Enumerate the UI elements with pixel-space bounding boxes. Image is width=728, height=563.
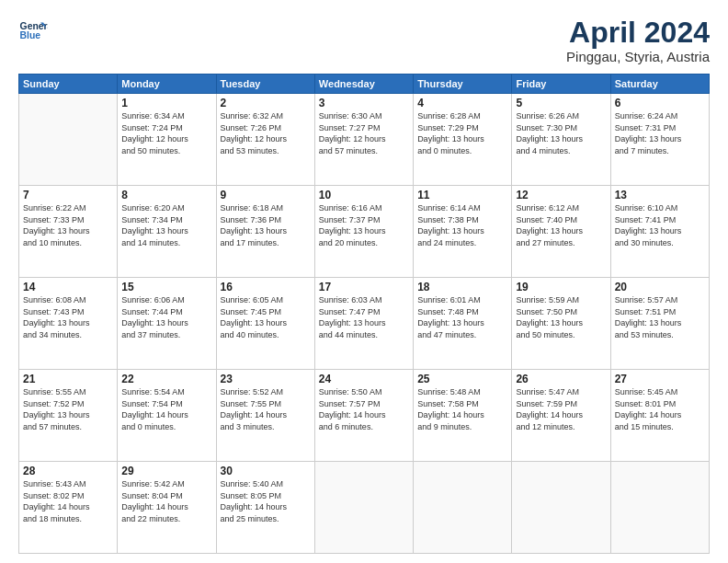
- table-cell: [512, 462, 610, 554]
- table-cell: 16Sunrise: 6:05 AM Sunset: 7:45 PM Dayli…: [216, 278, 314, 370]
- generalblue-logo-icon: General Blue: [18, 17, 48, 46]
- header: General Blue April 2024 Pinggau, Styria,…: [18, 17, 710, 64]
- day-info: Sunrise: 6:12 AM Sunset: 7:40 PM Dayligh…: [516, 202, 606, 248]
- table-cell: [314, 462, 413, 554]
- day-number: 3: [319, 97, 409, 109]
- table-cell: 6Sunrise: 6:24 AM Sunset: 7:31 PM Daylig…: [610, 94, 709, 186]
- day-number: 30: [221, 465, 311, 477]
- day-number: 17: [319, 281, 409, 293]
- svg-text:Blue: Blue: [20, 30, 41, 40]
- table-cell: 27Sunrise: 5:45 AM Sunset: 8:01 PM Dayli…: [610, 370, 709, 462]
- table-cell: 23Sunrise: 5:52 AM Sunset: 7:55 PM Dayli…: [216, 370, 314, 462]
- day-number: 2: [221, 97, 311, 109]
- day-number: 20: [615, 281, 705, 293]
- table-cell: 28Sunrise: 5:43 AM Sunset: 8:02 PM Dayli…: [19, 462, 118, 554]
- day-number: 18: [417, 281, 507, 293]
- day-info: Sunrise: 5:43 AM Sunset: 8:02 PM Dayligh…: [23, 478, 113, 524]
- table-cell: 17Sunrise: 6:03 AM Sunset: 7:47 PM Dayli…: [314, 278, 413, 370]
- table-cell: 22Sunrise: 5:54 AM Sunset: 7:54 PM Dayli…: [118, 370, 216, 462]
- day-info: Sunrise: 6:06 AM Sunset: 7:44 PM Dayligh…: [121, 294, 211, 340]
- day-info: Sunrise: 6:28 AM Sunset: 7:29 PM Dayligh…: [417, 110, 507, 156]
- day-info: Sunrise: 6:34 AM Sunset: 7:24 PM Dayligh…: [121, 110, 211, 156]
- day-info: Sunrise: 5:57 AM Sunset: 7:51 PM Dayligh…: [615, 294, 705, 340]
- day-number: 16: [221, 281, 311, 293]
- title-block: April 2024 Pinggau, Styria, Austria: [566, 17, 710, 64]
- calendar-title: April 2024: [566, 17, 710, 49]
- day-number: 8: [121, 189, 211, 201]
- day-number: 22: [121, 373, 211, 385]
- day-info: Sunrise: 5:45 AM Sunset: 8:01 PM Dayligh…: [615, 386, 705, 432]
- day-info: Sunrise: 6:03 AM Sunset: 7:47 PM Dayligh…: [319, 294, 409, 340]
- day-number: 13: [615, 189, 705, 201]
- table-cell: 13Sunrise: 6:10 AM Sunset: 7:41 PM Dayli…: [610, 186, 709, 278]
- day-number: 29: [121, 465, 211, 477]
- day-number: 24: [319, 373, 409, 385]
- day-number: 1: [121, 97, 211, 109]
- day-number: 23: [221, 373, 311, 385]
- day-info: Sunrise: 5:47 AM Sunset: 7:59 PM Dayligh…: [516, 386, 606, 432]
- table-cell: 26Sunrise: 5:47 AM Sunset: 7:59 PM Dayli…: [512, 370, 610, 462]
- day-number: 4: [417, 97, 507, 109]
- day-number: 28: [23, 465, 113, 477]
- day-info: Sunrise: 5:50 AM Sunset: 7:57 PM Dayligh…: [319, 386, 409, 432]
- day-number: 7: [23, 189, 113, 201]
- day-number: 6: [615, 97, 705, 109]
- table-cell: 7Sunrise: 6:22 AM Sunset: 7:33 PM Daylig…: [19, 186, 118, 278]
- day-number: 9: [221, 189, 311, 201]
- day-info: Sunrise: 6:10 AM Sunset: 7:41 PM Dayligh…: [615, 202, 705, 248]
- col-friday: Friday: [512, 75, 610, 94]
- day-info: Sunrise: 6:16 AM Sunset: 7:37 PM Dayligh…: [319, 202, 409, 248]
- table-cell: [610, 462, 709, 554]
- table-cell: 1Sunrise: 6:34 AM Sunset: 7:24 PM Daylig…: [118, 94, 216, 186]
- table-cell: 24Sunrise: 5:50 AM Sunset: 7:57 PM Dayli…: [314, 370, 413, 462]
- week-row-2: 7Sunrise: 6:22 AM Sunset: 7:33 PM Daylig…: [19, 186, 710, 278]
- week-row-1: 1Sunrise: 6:34 AM Sunset: 7:24 PM Daylig…: [19, 94, 710, 186]
- table-cell: 15Sunrise: 6:06 AM Sunset: 7:44 PM Dayli…: [118, 278, 216, 370]
- day-number: 25: [417, 373, 507, 385]
- calendar-table: Sunday Monday Tuesday Wednesday Thursday…: [18, 74, 710, 554]
- table-cell: 25Sunrise: 5:48 AM Sunset: 7:58 PM Dayli…: [414, 370, 512, 462]
- table-cell: 20Sunrise: 5:57 AM Sunset: 7:51 PM Dayli…: [610, 278, 709, 370]
- day-number: 14: [23, 281, 113, 293]
- col-monday: Monday: [118, 75, 216, 94]
- day-info: Sunrise: 5:40 AM Sunset: 8:05 PM Dayligh…: [221, 478, 311, 524]
- day-info: Sunrise: 6:20 AM Sunset: 7:34 PM Dayligh…: [121, 202, 211, 248]
- day-info: Sunrise: 6:24 AM Sunset: 7:31 PM Dayligh…: [615, 110, 705, 156]
- col-sunday: Sunday: [19, 75, 118, 94]
- table-cell: 11Sunrise: 6:14 AM Sunset: 7:38 PM Dayli…: [414, 186, 512, 278]
- day-number: 11: [417, 189, 507, 201]
- table-cell: 29Sunrise: 5:42 AM Sunset: 8:04 PM Dayli…: [118, 462, 216, 554]
- day-info: Sunrise: 6:14 AM Sunset: 7:38 PM Dayligh…: [417, 202, 507, 248]
- week-row-3: 14Sunrise: 6:08 AM Sunset: 7:43 PM Dayli…: [19, 278, 710, 370]
- table-cell: 19Sunrise: 5:59 AM Sunset: 7:50 PM Dayli…: [512, 278, 610, 370]
- day-info: Sunrise: 6:05 AM Sunset: 7:45 PM Dayligh…: [221, 294, 311, 340]
- day-number: 27: [615, 373, 705, 385]
- week-row-4: 21Sunrise: 5:55 AM Sunset: 7:52 PM Dayli…: [19, 370, 710, 462]
- col-tuesday: Tuesday: [216, 75, 314, 94]
- day-info: Sunrise: 5:54 AM Sunset: 7:54 PM Dayligh…: [121, 386, 211, 432]
- col-saturday: Saturday: [610, 75, 709, 94]
- table-cell: 3Sunrise: 6:30 AM Sunset: 7:27 PM Daylig…: [314, 94, 413, 186]
- day-info: Sunrise: 5:52 AM Sunset: 7:55 PM Dayligh…: [221, 386, 311, 432]
- day-number: 12: [516, 189, 606, 201]
- day-info: Sunrise: 6:26 AM Sunset: 7:30 PM Dayligh…: [516, 110, 606, 156]
- week-row-5: 28Sunrise: 5:43 AM Sunset: 8:02 PM Dayli…: [19, 462, 710, 554]
- col-thursday: Thursday: [414, 75, 512, 94]
- table-cell: [19, 94, 118, 186]
- table-cell: 2Sunrise: 6:32 AM Sunset: 7:26 PM Daylig…: [216, 94, 314, 186]
- table-cell: 5Sunrise: 6:26 AM Sunset: 7:30 PM Daylig…: [512, 94, 610, 186]
- table-cell: 10Sunrise: 6:16 AM Sunset: 7:37 PM Dayli…: [314, 186, 413, 278]
- day-info: Sunrise: 6:08 AM Sunset: 7:43 PM Dayligh…: [23, 294, 113, 340]
- day-info: Sunrise: 5:55 AM Sunset: 7:52 PM Dayligh…: [23, 386, 113, 432]
- table-cell: 8Sunrise: 6:20 AM Sunset: 7:34 PM Daylig…: [118, 186, 216, 278]
- day-number: 15: [121, 281, 211, 293]
- table-cell: 4Sunrise: 6:28 AM Sunset: 7:29 PM Daylig…: [414, 94, 512, 186]
- day-info: Sunrise: 5:48 AM Sunset: 7:58 PM Dayligh…: [417, 386, 507, 432]
- day-info: Sunrise: 5:42 AM Sunset: 8:04 PM Dayligh…: [121, 478, 211, 524]
- calendar-subtitle: Pinggau, Styria, Austria: [566, 49, 710, 64]
- table-cell: 9Sunrise: 6:18 AM Sunset: 7:36 PM Daylig…: [216, 186, 314, 278]
- day-number: 19: [516, 281, 606, 293]
- day-info: Sunrise: 5:59 AM Sunset: 7:50 PM Dayligh…: [516, 294, 606, 340]
- day-number: 5: [516, 97, 606, 109]
- table-cell: 30Sunrise: 5:40 AM Sunset: 8:05 PM Dayli…: [216, 462, 314, 554]
